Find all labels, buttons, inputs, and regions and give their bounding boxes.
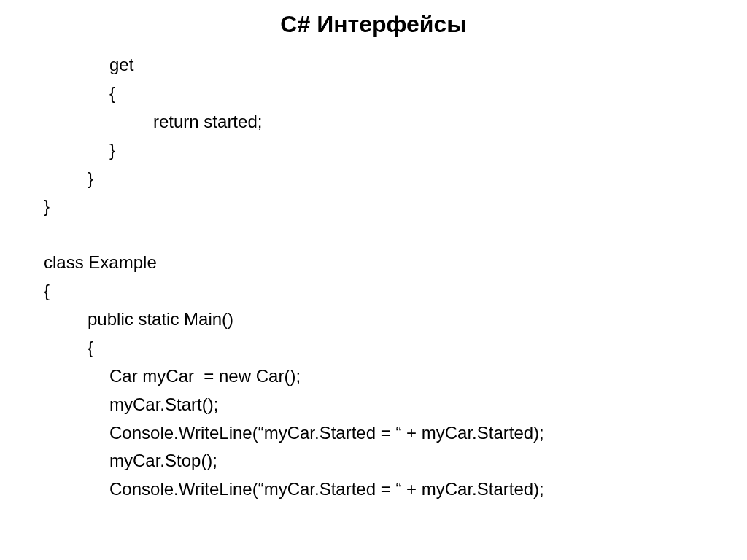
code-line: Console.WriteLine(“myCar.Started = “ + m… <box>44 475 703 504</box>
code-line: { <box>44 79 703 108</box>
code-line: { <box>44 277 703 306</box>
slide-title: C# Интерфейсы <box>44 11 703 38</box>
code-line: myCar.Start(); <box>44 391 703 419</box>
code-line: return started; <box>44 108 703 136</box>
code-line: { <box>44 334 703 362</box>
blank-line <box>44 221 703 249</box>
code-line: Car myCar = new Car(); <box>44 362 703 391</box>
code-line: public static Main() <box>44 306 703 334</box>
code-line: myCar.Stop(); <box>44 447 703 475</box>
code-line: Console.WriteLine(“myCar.Started = “ + m… <box>44 419 703 448</box>
code-line: } <box>44 192 703 221</box>
code-line: } <box>44 165 703 193</box>
code-line: get <box>44 51 703 79</box>
code-line: } <box>44 136 703 165</box>
code-line: class Example <box>44 249 703 277</box>
code-block: get { return started; } } } class Exampl… <box>44 51 703 504</box>
